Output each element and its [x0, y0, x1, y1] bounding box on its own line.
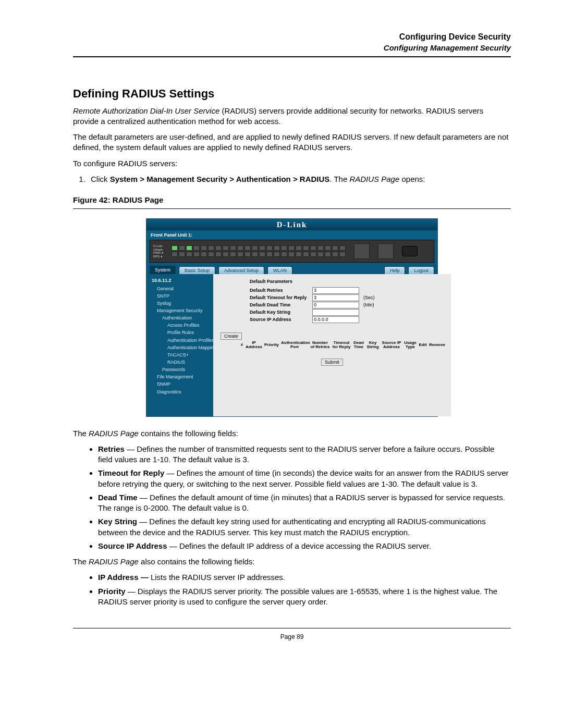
label-default-retries: Default Retries: [250, 287, 312, 293]
input-source-ip[interactable]: [312, 316, 359, 323]
create-button[interactable]: Create: [221, 332, 242, 340]
device-label-col: D-LinkxStackPWR ●RPS ●: [153, 244, 163, 258]
bullet-deadtime: Dead Time — Defines the default amount o…: [98, 492, 511, 514]
nav-sidebar: 10.6.11.2 General SNTP Syslog Management…: [146, 274, 213, 416]
sidebar-item-authentication[interactable]: Authentication: [152, 314, 211, 322]
bullet-sourceip: Source IP Address — Defines the default …: [98, 541, 511, 551]
sidebar-item-auth-mapping[interactable]: Authentication Mapping: [152, 344, 211, 351]
figure-rule: [73, 208, 511, 209]
submit-button[interactable]: Submit: [321, 359, 343, 366]
label-default-timeout: Default Timeout for Reply: [250, 294, 312, 301]
sidebar-item-snmp[interactable]: SNMP: [152, 380, 211, 388]
input-default-keystring[interactable]: [312, 309, 359, 316]
intro-em: Remote Authorization Dial-In User Servic…: [73, 106, 219, 115]
header-title: Configuring Device Security: [73, 31, 511, 43]
fields-intro-2: The RADIUS Page also contains the follow…: [73, 557, 511, 567]
footer-rule: [73, 628, 511, 628]
sidebar-item-general[interactable]: General: [152, 285, 211, 292]
bullet-retries: Retries — Defines the number of transmit…: [98, 444, 511, 465]
main-panel: Default Parameters Default Retries Defau…: [213, 274, 451, 416]
tab-basic-setup[interactable]: Basic Setup: [179, 266, 215, 274]
paragraph-2: The default parameters are user-defined,…: [73, 132, 511, 153]
tab-wlan[interactable]: WLAN: [267, 266, 292, 274]
sidebar-item-sntp[interactable]: SNTP: [152, 292, 211, 300]
serial-port-icon: [402, 246, 418, 256]
brand-bar: D-Link: [146, 219, 437, 230]
section-heading: Defining RADIUS Settings: [73, 86, 511, 102]
sidebar-item-file-mgmt[interactable]: File Management: [152, 373, 211, 380]
intro-paragraph: Remote Authorization Dial-In User Servic…: [73, 106, 511, 127]
label-default-keystring: Default Key String: [250, 309, 312, 315]
input-default-timeout[interactable]: [312, 294, 359, 301]
input-default-deadtime[interactable]: [312, 302, 359, 309]
bullet-keystring: Key String — Defines the default key str…: [98, 516, 511, 538]
sidebar-item-auth-profiles[interactable]: Authentication Profiles: [152, 337, 211, 344]
label-default-deadtime: Default Dead Time: [250, 302, 312, 308]
header-subtitle: Configuring Management Security: [73, 43, 511, 53]
tab-bar: System Basic Setup Advanced Setup WLAN H…: [146, 265, 437, 274]
input-default-retries[interactable]: [312, 287, 359, 294]
sidebar-item-mgmt-security[interactable]: Management Security: [152, 307, 211, 314]
sidebar-item-radius[interactable]: RADIUS: [152, 359, 211, 366]
step-1: Click System > Management Security > Aut…: [88, 174, 511, 184]
front-panel-label: Front Panel Unit 1:: [146, 230, 437, 240]
unit-default-deadtime: (Min): [363, 302, 374, 308]
form-section-title: Default Parameters: [250, 278, 446, 285]
bullet-ipaddress: IP Address — Lists the RADIUS server IP …: [98, 572, 511, 583]
sidebar-item-syslog[interactable]: Syslog: [152, 300, 211, 307]
device-front-panel: D-LinkxStackPWR ●RPS ●: [150, 240, 434, 263]
sidebar-item-passwords[interactable]: Passwords: [152, 366, 211, 373]
tab-system[interactable]: System: [150, 266, 176, 274]
sidebar-item-access-profiles[interactable]: Access Profiles: [152, 322, 211, 329]
label-source-ip: Source IP Address: [250, 316, 312, 323]
radius-page-screenshot: D-Link Front Panel Unit 1: D-LinkxStackP…: [146, 218, 438, 416]
paragraph-3: To configure RADIUS servers:: [73, 158, 511, 169]
fields-intro-1: The RADIUS Page contains the following f…: [73, 428, 511, 439]
tab-advanced-setup[interactable]: Advanced Setup: [218, 266, 264, 274]
unit-default-timeout: (Sec): [363, 294, 375, 301]
sidebar-ip: 10.6.11.2: [152, 277, 211, 283]
tab-logout[interactable]: Logout: [408, 266, 434, 274]
bullet-priority: Priority — Displays the RADIUS server pr…: [98, 586, 511, 608]
sidebar-item-tacacs[interactable]: TACACS+: [152, 351, 211, 359]
figure-caption: Figure 42: RADIUS Page: [73, 195, 511, 205]
tab-help[interactable]: Help: [384, 266, 406, 274]
sidebar-item-diagnostics[interactable]: Diagnostics: [152, 388, 211, 396]
page-number: Page 89: [73, 633, 511, 641]
sidebar-item-profile-rules[interactable]: Profile Rules: [152, 329, 211, 336]
bullet-timeout: Timeout for Reply — Defines the amount o…: [98, 468, 511, 489]
header-rule: [73, 56, 511, 57]
server-table-header: # IP Address Priority Authentication Por…: [239, 341, 446, 350]
